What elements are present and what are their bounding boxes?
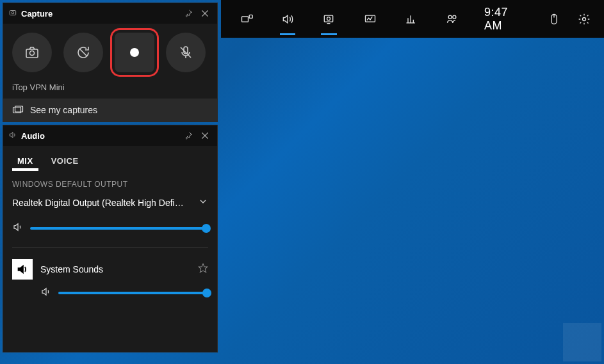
start-recording-button[interactable]	[115, 33, 154, 72]
svg-rect-0	[242, 16, 249, 21]
output-device-name: Realtek Digital Output (Realtek High Def…	[12, 198, 198, 208]
audio-panel: Audio MIX VOICE WINDOWS DEFAULT OUTPUT R…	[3, 125, 218, 352]
mouse-icon	[548, 13, 560, 26]
app-volume-slider[interactable]	[58, 292, 208, 294]
mouse-settings-button[interactable]	[539, 0, 569, 38]
app-volume-slider-row	[3, 281, 217, 315]
see-my-captures-label: See my captures	[30, 105, 97, 115]
app-volume-row: System Sounds	[3, 257, 217, 281]
gallery-icon	[12, 106, 24, 115]
close-icon	[200, 131, 210, 141]
audio-tabs: MIX VOICE	[3, 146, 217, 171]
capture-widget-button[interactable]	[308, 0, 349, 38]
xbox-social-button[interactable]	[432, 0, 473, 38]
settings-button[interactable]	[569, 0, 599, 38]
svg-marker-29	[199, 264, 207, 272]
resources-icon	[405, 13, 418, 26]
chevron-down-icon	[198, 196, 208, 209]
svg-point-4	[327, 17, 331, 20]
master-volume-row	[3, 211, 217, 242]
system-sounds-icon	[12, 259, 33, 280]
capture-close-button[interactable]	[197, 5, 213, 22]
svg-rect-5	[365, 15, 375, 22]
volume-icon	[12, 221, 24, 235]
widgets-icon	[240, 13, 253, 26]
settings-icon	[578, 13, 591, 26]
svg-point-20	[30, 51, 35, 56]
capture-panel-header: Capture	[3, 3, 217, 24]
svg-point-16	[12, 12, 14, 14]
svg-point-14	[582, 17, 585, 20]
clock: 9:47 AM	[473, 6, 539, 33]
microphone-button[interactable]	[166, 33, 206, 72]
capture-subtitle: iTop VPN Mini	[3, 80, 217, 99]
audio-pin-button[interactable]	[180, 127, 197, 144]
capture-panel: Capture iTop VPN Mini	[3, 3, 218, 122]
capture-header-icon	[8, 8, 17, 19]
volume-icon	[40, 286, 52, 300]
capture-icon	[322, 13, 335, 26]
record-last-icon	[76, 45, 91, 60]
output-device-dropdown[interactable]: Realtek Digital Output (Realtek High Def…	[3, 194, 217, 211]
capture-title: Capture	[21, 9, 53, 19]
desktop-corner-highlight	[563, 323, 601, 361]
screenshot-button[interactable]	[12, 33, 52, 72]
slider-thumb[interactable]	[202, 289, 211, 297]
audio-panel-header: Audio	[3, 125, 217, 146]
performance-widget-button[interactable]	[350, 0, 391, 38]
favorite-app-button[interactable]	[198, 263, 208, 276]
audio-title: Audio	[21, 131, 45, 141]
xbox-social-icon	[446, 13, 459, 26]
microphone-muted-icon	[178, 45, 193, 60]
slider-thumb[interactable]	[202, 224, 211, 233]
pin-icon	[184, 9, 193, 18]
pin-icon	[184, 131, 193, 140]
record-last-button[interactable]	[63, 33, 103, 72]
star-icon	[198, 263, 208, 273]
svg-point-11	[453, 15, 456, 19]
output-section-label: WINDOWS DEFAULT OUTPUT	[3, 171, 217, 194]
audio-widget-button[interactable]	[267, 0, 308, 38]
svg-rect-15	[10, 10, 15, 15]
widgets-button[interactable]	[226, 0, 267, 38]
tab-mix[interactable]: MIX	[16, 152, 35, 171]
audio-icon	[281, 13, 294, 26]
close-icon	[200, 8, 210, 19]
app-name-label: System Sounds	[40, 264, 190, 274]
audio-close-button[interactable]	[197, 127, 213, 144]
resources-widget-button[interactable]	[391, 0, 432, 38]
svg-rect-1	[249, 15, 252, 18]
capture-buttons-row	[3, 24, 217, 80]
camera-icon	[24, 45, 40, 60]
master-volume-slider[interactable]	[30, 227, 208, 230]
record-icon	[130, 48, 139, 57]
performance-icon	[364, 13, 377, 26]
gamebar-toolbar: 9:47 AM	[221, 0, 604, 38]
see-my-captures-button[interactable]: See my captures	[3, 99, 217, 122]
tab-voice[interactable]: VOICE	[50, 152, 80, 171]
divider	[12, 247, 208, 248]
panels-column: Capture iTop VPN Mini	[3, 3, 218, 355]
audio-header-icon	[8, 131, 17, 141]
svg-rect-2	[325, 15, 333, 22]
svg-point-10	[448, 15, 452, 19]
capture-pin-button[interactable]	[180, 5, 197, 22]
